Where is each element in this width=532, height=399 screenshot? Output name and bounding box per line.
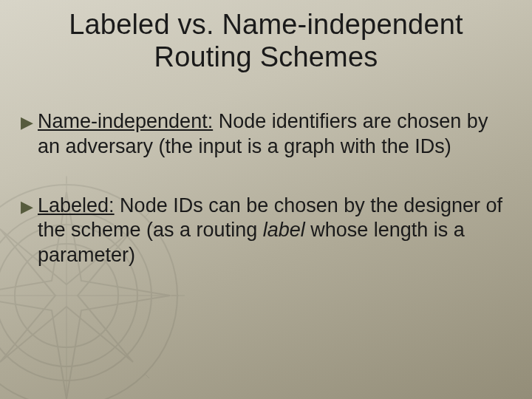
title-line-1: Labeled vs. Name-independent <box>69 9 463 40</box>
bullet-text: Labeled: Node IDs can be chosen by the d… <box>38 194 510 268</box>
slide-title: Labeled vs. Name-independent Routing Sch… <box>0 9 532 73</box>
title-line-2: Routing Schemes <box>154 41 378 72</box>
slide: Labeled vs. Name-independent Routing Sch… <box>0 0 532 399</box>
bullet-italic-word: label <box>263 219 305 241</box>
bullet-term: Labeled: <box>38 194 115 216</box>
svg-line-13 <box>144 373 149 378</box>
bullet-arrow-icon: ▶ <box>21 194 33 219</box>
bullet-item: ▶ Name-independent: Node identifiers are… <box>21 109 510 160</box>
bullet-item: ▶ Labeled: Node IDs can be chosen by the… <box>21 194 510 268</box>
slide-body: ▶ Name-independent: Node identifiers are… <box>21 109 510 302</box>
bullet-term: Name-independent: <box>38 110 213 132</box>
bullet-text: Name-independent: Node identifiers are c… <box>38 109 510 160</box>
bullet-arrow-icon: ▶ <box>21 110 33 135</box>
